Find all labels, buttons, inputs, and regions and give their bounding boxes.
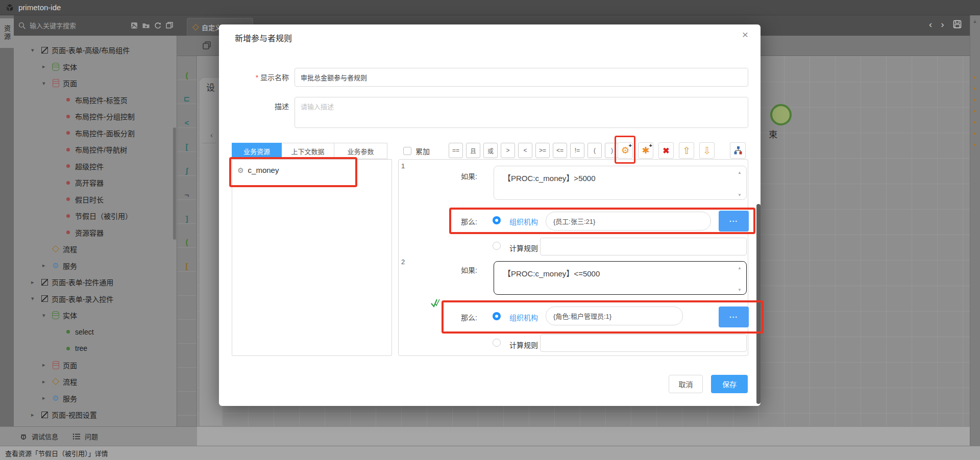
expand-arrow-icon[interactable] xyxy=(42,362,51,368)
expand-arrow-icon[interactable] xyxy=(42,80,51,87)
tree-item[interactable]: 布局控件-分组控制 xyxy=(14,108,176,125)
operator-button[interactable]: >= xyxy=(535,143,550,158)
rule-1-org-link[interactable]: 组织机构 xyxy=(509,216,538,226)
tree-item[interactable]: 页面 xyxy=(14,75,176,92)
palette-item-icon[interactable]: < xyxy=(177,111,197,135)
description-textarea[interactable] xyxy=(295,97,748,128)
rule-1-org-value-input[interactable] xyxy=(546,212,711,231)
operator-button[interactable]: > xyxy=(501,143,515,158)
rule-2-calc-radio[interactable] xyxy=(493,339,501,347)
tab-business-params[interactable]: 业务参数 xyxy=(334,143,387,159)
operator-button[interactable]: != xyxy=(570,143,584,158)
tree-item[interactable]: 流程 xyxy=(14,373,176,390)
rule-2-org-radio[interactable] xyxy=(493,312,501,320)
rule-2-org-value-input[interactable] xyxy=(546,306,683,325)
tree-item[interactable]: 布局控件-面板分割 xyxy=(14,125,176,142)
operator-button[interactable]: < xyxy=(518,143,532,158)
org-structure-tool-button[interactable] xyxy=(730,142,746,159)
expand-arrow-icon[interactable] xyxy=(42,63,51,70)
palette-item-icon[interactable]: ] xyxy=(177,207,197,231)
palette-item-icon[interactable]: ( xyxy=(177,231,197,254)
tree-item[interactable]: 页面-表单-控件通用 xyxy=(14,274,176,291)
move-up-button[interactable]: ⇧ xyxy=(679,142,694,159)
tree-item[interactable]: 服务 xyxy=(14,258,176,274)
add-condition-button[interactable]: ⚙+ xyxy=(618,142,633,159)
operator-button[interactable]: 且 xyxy=(466,143,480,158)
export-image-icon[interactable] xyxy=(130,21,138,30)
flow-end-node[interactable] xyxy=(770,104,792,125)
save-button[interactable]: 保存 xyxy=(711,375,748,393)
rule-2-org-picker-button[interactable]: ··· xyxy=(719,306,749,327)
problems-tab[interactable]: 问题 xyxy=(72,431,98,441)
rule-1-calc-input[interactable] xyxy=(540,238,747,255)
tree-item[interactable]: 资源容器 xyxy=(14,224,176,241)
tree-item[interactable]: 流程 xyxy=(14,241,176,258)
tree-item[interactable]: 假日时长 xyxy=(14,191,176,208)
nav-forward-icon[interactable]: › xyxy=(941,19,944,29)
palette-item-icon[interactable]: [ xyxy=(177,254,197,278)
operator-button[interactable]: 或 xyxy=(483,143,498,158)
rule-2-org-link[interactable]: 组织机构 xyxy=(509,312,538,322)
display-name-input[interactable] xyxy=(295,68,748,87)
tree-item[interactable]: 节假日（被引用） xyxy=(14,208,176,224)
rule-2-calc-input[interactable] xyxy=(540,334,747,352)
accumulate-checkbox[interactable] xyxy=(403,147,411,155)
palette-item-icon[interactable]: [ xyxy=(177,135,197,159)
tree-item[interactable]: 高开容器 xyxy=(14,174,176,191)
rule-1-org-radio[interactable] xyxy=(493,216,501,224)
expand-arrow-icon[interactable] xyxy=(31,279,39,286)
operator-button[interactable]: == xyxy=(449,143,463,158)
tree-item[interactable]: 页面-表单-录入控件 xyxy=(14,291,176,308)
tree-item[interactable]: 超级控件 xyxy=(14,158,176,175)
collapse-panels-icon[interactable] xyxy=(165,21,174,30)
palette-item-icon[interactable]: ¬ xyxy=(177,183,197,207)
copy-icon[interactable] xyxy=(202,41,211,50)
tree-item[interactable]: select xyxy=(14,324,176,341)
search-input[interactable] xyxy=(30,22,106,30)
new-folder-icon[interactable] xyxy=(142,21,150,30)
tree-item[interactable]: 服务 xyxy=(14,390,176,407)
close-icon[interactable]: × xyxy=(739,29,752,42)
scroll-down-icon[interactable]: ▼ xyxy=(738,288,742,292)
rule-1-org-picker-button[interactable]: ··· xyxy=(719,211,749,232)
add-branch-button[interactable]: ✱+ xyxy=(638,142,653,159)
tab-business-resource[interactable]: 业务资源 xyxy=(232,143,282,159)
operator-button[interactable]: <= xyxy=(553,143,567,158)
tree-item[interactable]: 布局控件/导航树 xyxy=(14,141,176,158)
resource-item-c-money[interactable]: ⚙ c_money xyxy=(232,160,391,181)
expand-arrow-icon[interactable] xyxy=(42,262,51,269)
scrollbar-up-arrow[interactable]: ▲ xyxy=(972,18,977,24)
scroll-up-icon[interactable]: ▲ xyxy=(738,170,742,175)
sidebar-tab-resources[interactable]: 资源 xyxy=(0,18,14,48)
scroll-up-icon[interactable]: ▲ xyxy=(738,266,742,270)
tab-context-data[interactable]: 上下文数据 xyxy=(282,143,334,159)
palette-item-icon[interactable]: ( xyxy=(177,63,197,87)
expand-arrow-icon[interactable] xyxy=(42,378,51,385)
tree-item[interactable]: 实体 xyxy=(14,59,176,75)
move-down-button[interactable]: ⇩ xyxy=(699,142,715,159)
tree-item[interactable]: 布局控件-标签页 xyxy=(14,92,176,109)
cancel-button[interactable]: 取消 xyxy=(669,375,703,393)
panel-collapse-icon[interactable]: ‹ xyxy=(210,131,213,139)
rule-2-condition-textarea[interactable]: 【PROC:c_money】<=5000 xyxy=(494,261,747,295)
tree-item[interactable]: 页面-视图设置 xyxy=(14,406,176,423)
rule-1-calc-radio[interactable] xyxy=(493,242,501,250)
dialog-scrollbar-thumb[interactable] xyxy=(756,204,761,404)
tree-item[interactable]: 页面-表单-高级/布局组件 xyxy=(14,42,176,59)
tree-item[interactable]: tree xyxy=(14,340,176,357)
delete-button[interactable]: ✖ xyxy=(658,142,674,159)
operator-button[interactable]: ) xyxy=(605,143,619,158)
scroll-down-icon[interactable]: ▼ xyxy=(738,193,742,197)
expand-arrow-icon[interactable] xyxy=(31,295,39,302)
expand-arrow-icon[interactable] xyxy=(31,47,39,54)
palette-item-icon[interactable]: ʃ xyxy=(177,159,197,183)
operator-button[interactable]: ( xyxy=(587,143,602,158)
palette-item-icon[interactable]: ⊏ xyxy=(177,87,197,111)
tree-item[interactable]: 实体 xyxy=(14,307,176,324)
rule-1-condition-textarea[interactable]: 【PROC:c_money】>5000 xyxy=(494,166,747,200)
expand-arrow-icon[interactable] xyxy=(42,395,51,401)
save-icon[interactable] xyxy=(953,20,962,29)
expand-arrow-icon[interactable] xyxy=(42,312,51,319)
expand-arrow-icon[interactable] xyxy=(31,412,39,418)
refresh-icon[interactable] xyxy=(154,21,162,30)
